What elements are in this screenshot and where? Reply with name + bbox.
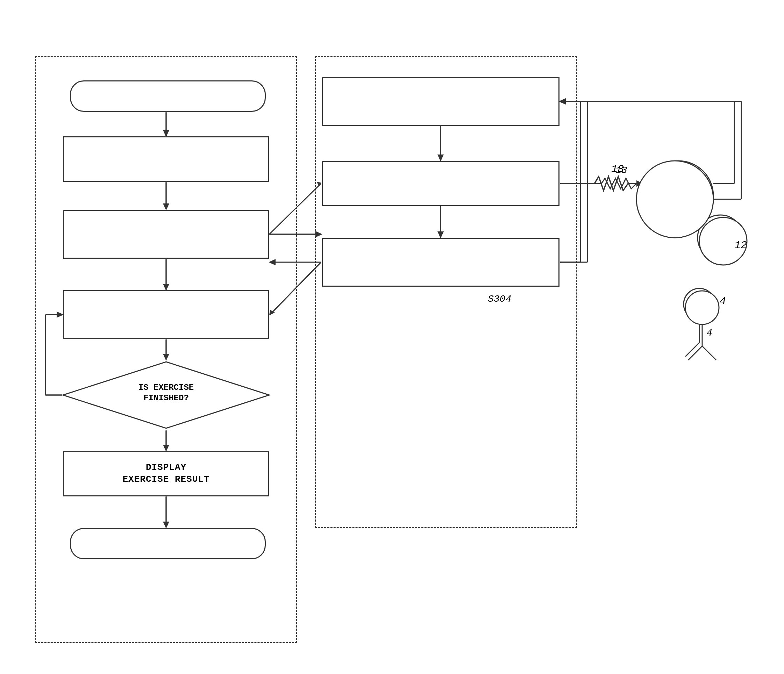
- svg-point-31: [698, 215, 743, 261]
- svg-line-77: [688, 346, 702, 360]
- svg-text:12: 12: [734, 239, 747, 252]
- svg-point-73: [636, 161, 713, 238]
- calculate-pedal-box: [322, 77, 560, 126]
- svg-text:13: 13: [616, 165, 627, 176]
- svg-marker-72: [636, 180, 643, 187]
- start-box: [70, 81, 266, 112]
- s304-label: S304: [488, 294, 511, 304]
- display-result-box: DISPLAYEXERCISE RESULT: [63, 451, 269, 496]
- svg-text:13: 13: [611, 163, 624, 175]
- target-load-box: [322, 161, 560, 206]
- right-dashed-box: [315, 56, 577, 528]
- display-result-text: DISPLAYEXERCISE RESULT: [122, 462, 210, 486]
- output-target-box: [63, 210, 269, 259]
- svg-text:4: 4: [720, 295, 726, 307]
- svg-line-78: [702, 346, 716, 360]
- svg-point-32: [684, 289, 715, 320]
- display-measured-box: [63, 290, 269, 339]
- svg-point-75: [685, 291, 719, 325]
- svg-text:12: 12: [727, 244, 739, 255]
- svg-point-30: [643, 161, 713, 231]
- svg-text:IS EXERCISE: IS EXERCISE: [138, 383, 194, 392]
- end-box: [70, 528, 266, 559]
- svg-line-34: [685, 343, 699, 357]
- current-measured-box: [322, 238, 560, 287]
- svg-text:FINISHED?: FINISHED?: [143, 393, 189, 403]
- svg-text:4: 4: [706, 328, 712, 339]
- analyze-box: [63, 136, 269, 182]
- diamond-box: IS EXERCISE FINISHED?: [61, 360, 271, 430]
- svg-point-74: [699, 217, 747, 265]
- svg-marker-29: [649, 181, 655, 186]
